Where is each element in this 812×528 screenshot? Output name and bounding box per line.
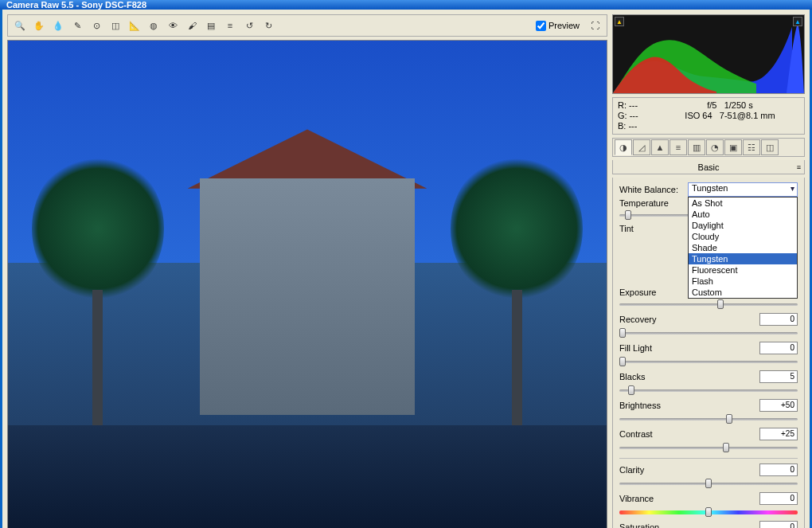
preview-label: Preview xyxy=(548,21,580,30)
spot-removal-tool-icon[interactable]: ◍ xyxy=(145,17,162,34)
fill-light-slider[interactable] xyxy=(619,356,798,367)
wb-option-flash[interactable]: Flash xyxy=(689,276,797,287)
photo-content xyxy=(8,41,607,528)
brightness-slider[interactable] xyxy=(619,413,798,424)
aperture-label: f/5 xyxy=(707,100,716,110)
graduated-filter-icon[interactable]: ▤ xyxy=(202,17,220,34)
recovery-slider[interactable] xyxy=(619,327,798,338)
blacks-value[interactable]: 5 xyxy=(759,370,798,383)
tab-detail-icon[interactable]: ▲ xyxy=(651,139,669,155)
highlight-clip-warning-icon[interactable]: ▲ xyxy=(793,17,802,26)
zoom-tool-icon[interactable]: 🔍 xyxy=(11,17,29,34)
toolbar: 🔍 ✋ 💧 ✎ ⊙ ◫ 📐 ◍ 👁 🖌 ▤ ≡ ↺ ↻ xyxy=(7,14,607,37)
tint-label: Tint xyxy=(619,224,683,233)
blacks-label: Blacks xyxy=(619,372,683,381)
white-balance-select[interactable]: Tungsten xyxy=(688,182,798,197)
wb-option-custom[interactable]: Custom xyxy=(689,287,797,298)
rotate-ccw-icon[interactable]: ↺ xyxy=(240,17,258,34)
clarity-value[interactable]: 0 xyxy=(759,463,798,476)
adjustment-brush-icon[interactable]: 🖌 xyxy=(183,17,201,34)
redeye-tool-icon[interactable]: 👁 xyxy=(164,17,182,34)
window-body: 🔍 ✋ 💧 ✎ ⊙ ◫ 📐 ◍ 👁 🖌 ▤ ≡ ↺ ↻ xyxy=(0,10,812,528)
iso-label: ISO 64 xyxy=(685,111,712,120)
fill-light-value[interactable]: 0 xyxy=(759,342,798,354)
panel-title: Basic xyxy=(698,162,720,172)
wb-option-fluorescent[interactable]: Fluorescent xyxy=(689,264,797,276)
white-balance-dropdown[interactable]: As Shot Auto Daylight Cloudy Shade Tungs… xyxy=(688,197,798,299)
panel-menu-icon[interactable]: ≡ xyxy=(797,163,801,171)
panel-header: Basic ≡ xyxy=(612,160,805,174)
contrast-value[interactable]: +25 xyxy=(759,428,798,440)
tab-curve-icon[interactable]: ◿ xyxy=(633,139,650,155)
recovery-value[interactable]: 0 xyxy=(759,313,798,326)
wb-option-auto[interactable]: Auto xyxy=(689,209,797,220)
wb-option-as-shot[interactable]: As Shot xyxy=(689,198,797,209)
vibrance-slider[interactable] xyxy=(619,506,798,518)
white-balance-tool-icon[interactable]: 💧 xyxy=(49,17,67,34)
tab-basic-icon[interactable]: ◑ xyxy=(615,139,632,155)
tab-hsl-icon[interactable]: ≡ xyxy=(670,139,687,155)
recovery-label: Recovery xyxy=(619,315,683,324)
tab-split-icon[interactable]: ▥ xyxy=(688,139,705,155)
hand-tool-icon[interactable]: ✋ xyxy=(30,17,48,34)
preview-checkbox-input[interactable] xyxy=(536,21,546,31)
brightness-label: Brightness xyxy=(619,401,683,410)
straighten-tool-icon[interactable]: 📐 xyxy=(126,17,143,34)
shadow-clip-warning-icon[interactable]: ▲ xyxy=(615,17,624,26)
saturation-label: Saturation xyxy=(619,522,683,528)
saturation-value[interactable]: 0 xyxy=(759,521,798,528)
tab-presets-icon[interactable]: ☷ xyxy=(743,139,760,155)
panel-tabs: ◑ ◿ ▲ ≡ ▥ ◔ ▣ ☷ ◫ xyxy=(612,138,805,157)
wb-option-shade[interactable]: Shade xyxy=(689,242,797,253)
focal-label: 7-51@8.1 mm xyxy=(720,111,775,120)
crop-tool-icon[interactable]: ◫ xyxy=(107,17,124,34)
white-balance-label: White Balance: xyxy=(619,185,683,194)
wb-option-cloudy[interactable]: Cloudy xyxy=(689,231,797,242)
tab-camera-icon[interactable]: ▣ xyxy=(724,139,742,155)
clarity-label: Clarity xyxy=(619,465,683,475)
exif-info: R: --- G: --- B: --- f/5 1/250 s ISO 64 … xyxy=(612,97,805,135)
brightness-value[interactable]: +50 xyxy=(759,399,798,412)
tab-snapshots-icon[interactable]: ◫ xyxy=(761,139,779,155)
preferences-icon[interactable]: ≡ xyxy=(221,17,239,34)
vibrance-value[interactable]: 0 xyxy=(759,492,798,505)
clarity-slider[interactable] xyxy=(619,478,798,489)
target-adjust-tool-icon[interactable]: ⊙ xyxy=(88,17,105,34)
temperature-label: Temperature xyxy=(619,198,683,208)
rotate-cw-icon[interactable]: ↻ xyxy=(260,17,277,34)
tab-lens-icon[interactable]: ◔ xyxy=(706,139,724,155)
basic-panel: White Balance: Tungsten As Shot Auto Day… xyxy=(612,178,805,528)
preview-checkbox[interactable]: Preview xyxy=(536,21,580,31)
contrast-label: Contrast xyxy=(619,429,683,439)
r-readout: R: --- xyxy=(618,100,658,111)
wb-option-daylight[interactable]: Daylight xyxy=(689,220,797,231)
g-readout: G: --- xyxy=(618,111,658,121)
camera-raw-window: Camera Raw 5.5 - Sony DSC-F828 🔍 ✋ 💧 ✎ ⊙… xyxy=(0,0,812,528)
fill-light-label: Fill Light xyxy=(619,343,683,353)
vibrance-label: Vibrance xyxy=(619,494,683,503)
window-title: Camera Raw 5.5 - Sony DSC-F828 xyxy=(6,0,146,10)
color-sampler-tool-icon[interactable]: ✎ xyxy=(68,17,86,34)
shutter-label: 1/250 s xyxy=(724,100,753,110)
titlebar: Camera Raw 5.5 - Sony DSC-F828 xyxy=(0,0,812,10)
image-preview[interactable] xyxy=(7,40,607,528)
b-readout: B: --- xyxy=(618,121,658,131)
fullscreen-icon[interactable]: ⛶ xyxy=(586,17,603,34)
exposure-label: Exposure xyxy=(619,287,683,297)
histogram[interactable]: ▲ ▲ xyxy=(612,14,805,94)
blacks-slider[interactable] xyxy=(619,385,798,396)
exposure-slider[interactable] xyxy=(619,299,798,310)
wb-option-tungsten[interactable]: Tungsten xyxy=(689,253,797,264)
contrast-slider[interactable] xyxy=(619,442,798,453)
